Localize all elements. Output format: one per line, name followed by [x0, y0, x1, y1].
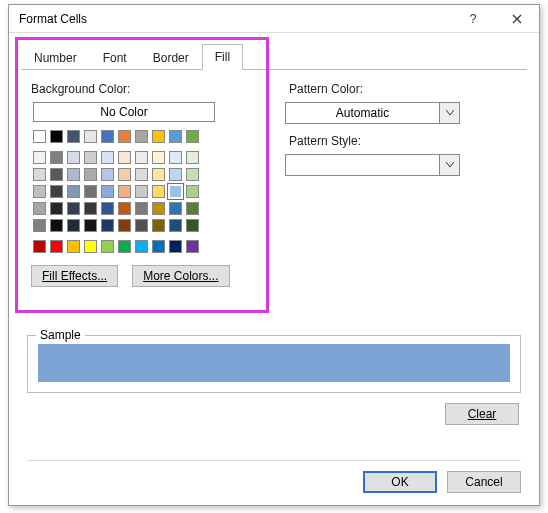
color-swatch[interactable]: [67, 185, 80, 198]
color-swatch[interactable]: [50, 240, 63, 253]
clear-button[interactable]: Clear: [445, 403, 519, 425]
color-swatch[interactable]: [118, 151, 131, 164]
color-swatch[interactable]: [135, 240, 148, 253]
color-swatch[interactable]: [135, 151, 148, 164]
color-swatch[interactable]: [169, 240, 182, 253]
pattern-color-dropdown[interactable]: Automatic: [285, 102, 460, 124]
color-swatch[interactable]: [135, 219, 148, 232]
help-button[interactable]: ?: [451, 5, 495, 33]
clear-label: Clear: [468, 407, 497, 421]
color-swatch[interactable]: [101, 240, 114, 253]
color-swatch[interactable]: [67, 168, 80, 181]
color-swatch[interactable]: [169, 185, 182, 198]
color-swatch[interactable]: [152, 130, 165, 143]
color-swatch[interactable]: [118, 130, 131, 143]
color-swatch[interactable]: [84, 185, 97, 198]
tab-bar: Number Font Border Fill: [9, 33, 539, 69]
tab-border[interactable]: Border: [140, 45, 202, 70]
color-swatch[interactable]: [33, 151, 46, 164]
more-colors-label: More Colors...: [143, 269, 218, 283]
color-swatch[interactable]: [152, 240, 165, 253]
fill-effects-label: Fill Effects...: [42, 269, 107, 283]
standard-colors-row: [27, 240, 257, 253]
color-swatch[interactable]: [135, 202, 148, 215]
color-swatch[interactable]: [50, 168, 63, 181]
tab-font[interactable]: Font: [90, 45, 140, 70]
color-swatch[interactable]: [152, 202, 165, 215]
color-swatch[interactable]: [101, 130, 114, 143]
more-colors-button[interactable]: More Colors...: [132, 265, 229, 287]
color-swatch[interactable]: [135, 130, 148, 143]
pattern-style-chevron[interactable]: [439, 155, 459, 175]
color-swatch[interactable]: [50, 185, 63, 198]
color-swatch[interactable]: [33, 219, 46, 232]
close-button[interactable]: [495, 5, 539, 33]
tab-number[interactable]: Number: [21, 45, 90, 70]
color-swatch[interactable]: [135, 168, 148, 181]
color-swatch[interactable]: [67, 240, 80, 253]
color-swatch[interactable]: [186, 219, 199, 232]
color-swatch[interactable]: [33, 168, 46, 181]
color-swatch[interactable]: [101, 219, 114, 232]
color-swatch[interactable]: [33, 130, 46, 143]
format-cells-dialog: Format Cells ? Number Font Border Fill B…: [8, 4, 540, 506]
color-swatch[interactable]: [118, 202, 131, 215]
color-swatch[interactable]: [186, 151, 199, 164]
color-swatch[interactable]: [101, 151, 114, 164]
color-swatch[interactable]: [101, 202, 114, 215]
no-color-button[interactable]: No Color: [33, 102, 215, 122]
color-swatch[interactable]: [50, 202, 63, 215]
color-swatch[interactable]: [84, 219, 97, 232]
tab-fill[interactable]: Fill: [202, 44, 243, 70]
pattern-panel: Pattern Color: Automatic Pattern Style:: [285, 80, 485, 287]
color-swatch[interactable]: [152, 185, 165, 198]
no-color-label: No Color: [100, 105, 147, 119]
chevron-down-icon: [446, 162, 454, 168]
color-swatch[interactable]: [33, 185, 46, 198]
color-swatch[interactable]: [186, 130, 199, 143]
color-swatch[interactable]: [67, 202, 80, 215]
pattern-color-chevron[interactable]: [439, 103, 459, 123]
color-swatch[interactable]: [152, 151, 165, 164]
color-swatch[interactable]: [84, 130, 97, 143]
color-swatch[interactable]: [186, 202, 199, 215]
color-swatch[interactable]: [84, 202, 97, 215]
color-swatch[interactable]: [50, 151, 63, 164]
color-swatch[interactable]: [84, 168, 97, 181]
color-swatch[interactable]: [101, 185, 114, 198]
color-swatch[interactable]: [118, 219, 131, 232]
color-swatch[interactable]: [84, 240, 97, 253]
color-swatch[interactable]: [50, 219, 63, 232]
color-swatch[interactable]: [186, 168, 199, 181]
color-swatch[interactable]: [84, 151, 97, 164]
color-swatch[interactable]: [118, 185, 131, 198]
color-swatch[interactable]: [67, 130, 80, 143]
pattern-style-dropdown[interactable]: [285, 154, 460, 176]
color-swatch[interactable]: [67, 151, 80, 164]
titlebar: Format Cells ?: [9, 5, 539, 33]
dialog-footer: OK Cancel: [27, 460, 521, 493]
cancel-button[interactable]: Cancel: [447, 471, 521, 493]
chevron-down-icon: [446, 110, 454, 116]
fill-effects-button[interactable]: Fill Effects...: [31, 265, 118, 287]
color-swatch[interactable]: [169, 202, 182, 215]
color-swatch[interactable]: [186, 185, 199, 198]
color-swatch[interactable]: [101, 168, 114, 181]
color-swatch[interactable]: [50, 130, 63, 143]
pattern-color-value: Automatic: [286, 106, 439, 120]
color-swatch[interactable]: [118, 240, 131, 253]
color-swatch[interactable]: [169, 130, 182, 143]
color-swatch[interactable]: [118, 168, 131, 181]
color-swatch[interactable]: [152, 168, 165, 181]
color-swatch[interactable]: [67, 219, 80, 232]
color-swatch[interactable]: [186, 240, 199, 253]
color-swatch[interactable]: [169, 168, 182, 181]
color-swatch[interactable]: [152, 219, 165, 232]
color-swatch[interactable]: [33, 202, 46, 215]
color-swatch[interactable]: [169, 151, 182, 164]
ok-button[interactable]: OK: [363, 471, 437, 493]
color-swatch[interactable]: [33, 240, 46, 253]
background-color-panel: Background Color: No Color Fill Effects.…: [27, 80, 257, 287]
color-swatch[interactable]: [169, 219, 182, 232]
color-swatch[interactable]: [135, 185, 148, 198]
